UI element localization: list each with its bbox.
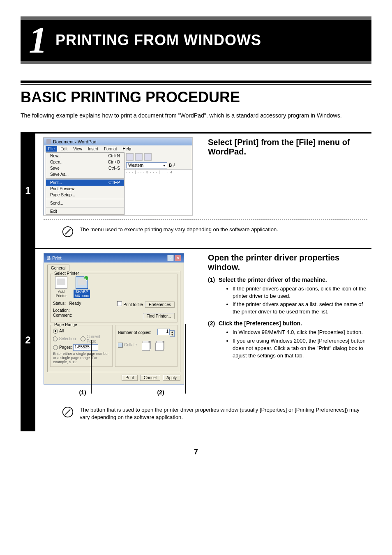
radio-all[interactable] xyxy=(53,329,58,334)
status-label: Status: xyxy=(53,301,66,306)
step-2-number: 2 xyxy=(21,249,35,431)
step-2-note: The button that is used to open the prin… xyxy=(44,404,367,427)
menu-help[interactable]: Help xyxy=(120,146,134,152)
radio-all-label: All xyxy=(59,329,64,333)
chapter-title: PRINTING FROM WINDOWS xyxy=(55,32,261,49)
comment-label: Comment: xyxy=(53,313,72,319)
menu-file[interactable]: File xyxy=(46,146,57,152)
location-label: Location: xyxy=(53,308,70,313)
collate-checkbox[interactable] xyxy=(118,343,123,348)
substep-2-num: (2) xyxy=(208,320,215,327)
print-to-file-checkbox[interactable] xyxy=(117,301,122,306)
group-copies: . Number of copies: 1▲▼ xyxy=(115,325,178,367)
group-label-range: Page Range xyxy=(53,322,78,327)
rule-thick xyxy=(21,81,371,83)
group-label-printer: Select Printer xyxy=(53,271,80,276)
callout-line-2 xyxy=(185,324,186,394)
copies-label: Number of copies: xyxy=(118,330,151,335)
dashed-separator-2 xyxy=(44,400,367,400)
callout-1-label: (1) xyxy=(44,389,122,396)
dashed-separator xyxy=(44,219,367,220)
radio-current-label: Current Page xyxy=(87,334,110,343)
menu-item-exit[interactable]: Exit xyxy=(46,208,124,214)
menu-format[interactable]: Format xyxy=(101,146,120,152)
step-1-number: 1 xyxy=(21,134,35,248)
radio-selection[interactable] xyxy=(53,336,58,341)
file-menu-dropdown: New...Ctrl+N Open...Ctrl+O SaveCtrl+S Sa… xyxy=(46,152,125,215)
add-printer-icon[interactable]: Add Printer xyxy=(53,276,69,298)
copies-spinner[interactable]: ▲▼ xyxy=(170,330,175,337)
substep-2-title: Click the [Preferences] button. xyxy=(219,320,302,327)
apply-button[interactable]: Apply xyxy=(163,375,180,381)
menu-item-send[interactable]: Send... xyxy=(46,200,124,206)
menu-item-save[interactable]: SaveCtrl+S xyxy=(46,165,124,171)
menu-insert[interactable]: Insert xyxy=(85,146,101,152)
step-2-note-text: The button that is used to open the prin… xyxy=(80,406,363,421)
callout-2-label: (2) xyxy=(122,389,200,396)
substep-2-bullets: In Windows 98/Me/NT 4.0, click the [Prop… xyxy=(216,329,367,359)
menu-item-preview[interactable]: Print Preview xyxy=(46,186,124,192)
find-printer-button[interactable]: Find Printer... xyxy=(143,313,175,319)
pages-input[interactable]: 1-65535 xyxy=(73,344,98,351)
pencil-note-icon xyxy=(62,406,74,418)
intro-paragraph: The following example explains how to pr… xyxy=(21,112,371,120)
page-number: 7 xyxy=(21,448,371,456)
collate-label: Collate xyxy=(124,343,137,347)
collate-illustration-icon-2 xyxy=(156,341,164,349)
collate-illustration-icon xyxy=(143,341,151,349)
menu-view[interactable]: View xyxy=(71,146,85,152)
menu-item-saveas[interactable]: Save As... xyxy=(46,171,124,177)
menu-item-print[interactable]: Print...Ctrl+P xyxy=(46,180,124,186)
toolbar-icon-3[interactable] xyxy=(144,153,152,161)
substep-1-num: (1) xyxy=(208,276,215,283)
radio-pages-label: Pages: xyxy=(59,345,72,350)
default-badge-icon xyxy=(84,276,89,281)
radio-current[interactable] xyxy=(81,336,85,341)
wordpad-toolbar xyxy=(125,152,192,161)
printer-small-icon: 🖶 xyxy=(46,256,51,260)
group-page-range: Page Range All Selection Current Page Pa… xyxy=(50,325,113,367)
help-button[interactable]: ? xyxy=(167,255,174,261)
substep-1-bullets: If the printer drivers appear as icons, … xyxy=(216,285,367,316)
chapter-number: 1 xyxy=(21,22,55,59)
wordpad-window: Document - WordPad File Edit View Insert… xyxy=(44,138,192,215)
step-2: 2 🖶 Print ? ✕ General xyxy=(21,248,371,431)
tab-general[interactable]: General xyxy=(47,265,69,271)
step-1-note: The menu used to execute printing may va… xyxy=(44,224,367,244)
menu-item-open[interactable]: Open...Ctrl+O xyxy=(46,159,124,165)
status-value: Ready xyxy=(69,301,81,306)
wordpad-app-icon xyxy=(46,139,51,144)
menu-edit[interactable]: Edit xyxy=(58,146,70,152)
rule-thin xyxy=(21,84,371,85)
font-script-dropdown[interactable]: Western▾ xyxy=(126,162,167,168)
radio-selection-label: Selection xyxy=(59,336,76,341)
sharp-printer-icon[interactable]: SHARP MX-xxxx xyxy=(74,276,90,298)
print-to-file-label: Print to file xyxy=(123,302,143,307)
pages-hint: Enter either a single page number or a s… xyxy=(53,352,110,364)
step-1-note-text: The menu used to execute printing may va… xyxy=(80,226,278,233)
step-1: 1 Document - WordPad File Edit View Inse… xyxy=(21,132,371,248)
print-dialog-titlebar: 🖶 Print ? ✕ xyxy=(44,253,184,263)
toolbar-icon-1[interactable] xyxy=(126,153,134,161)
toolbar-icon-2[interactable] xyxy=(135,153,143,161)
substep-1-title: Select the printer driver of the machine… xyxy=(219,276,327,283)
italic-button[interactable]: I xyxy=(173,163,175,168)
wordpad-menubar: File Edit View Insert Format Help xyxy=(44,145,192,152)
copies-input[interactable]: 1 xyxy=(157,329,170,335)
close-button[interactable]: ✕ xyxy=(175,255,181,261)
menu-item-pagesetup[interactable]: Page Setup... xyxy=(46,192,124,198)
bold-button[interactable]: B xyxy=(169,163,172,168)
group-select-printer: Select Printer Add Printer SHARP MX-xxxx xyxy=(50,274,178,322)
chapter-banner: 1 PRINTING FROM WINDOWS xyxy=(21,16,371,64)
wordpad-title-text: Document - WordPad xyxy=(53,139,97,144)
print-button[interactable]: Print xyxy=(122,375,138,381)
radio-pages[interactable] xyxy=(53,345,58,350)
wordpad-titlebar: Document - WordPad xyxy=(44,138,192,145)
menu-item-new[interactable]: New...Ctrl+N xyxy=(46,153,124,159)
section-title: BASIC PRINTING PROCEDURE xyxy=(21,89,371,106)
cancel-button[interactable]: Cancel xyxy=(140,375,160,381)
pencil-note-icon xyxy=(62,226,74,237)
preferences-button[interactable]: Preferences xyxy=(145,302,175,308)
step-1-heading: Select [Print] from the [File] menu of W… xyxy=(208,138,367,157)
callout-line-1 xyxy=(91,340,92,394)
